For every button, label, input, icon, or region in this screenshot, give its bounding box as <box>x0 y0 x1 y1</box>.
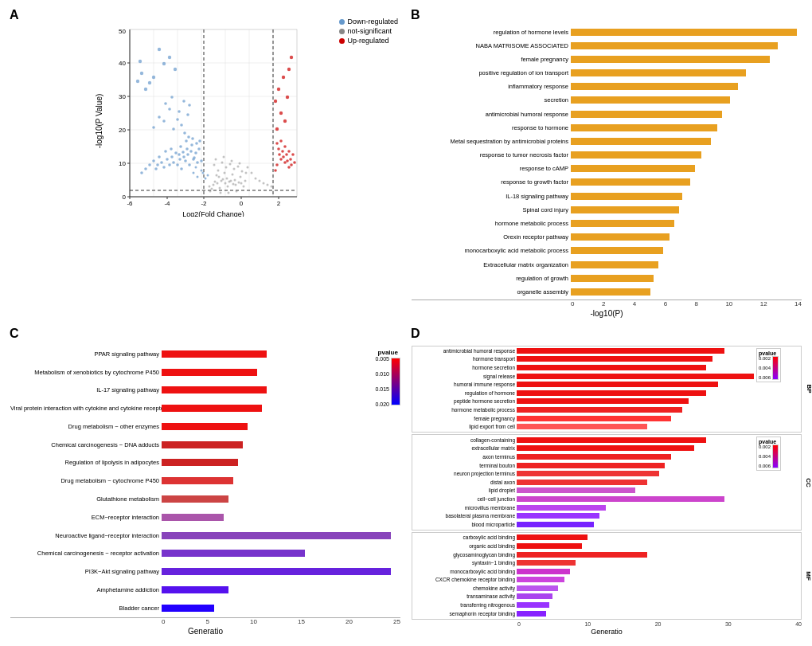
panel-d-bar <box>517 487 635 493</box>
panel-b-bar <box>571 96 730 104</box>
svg-text:40: 40 <box>119 60 126 67</box>
svg-point-56 <box>140 171 143 174</box>
svg-point-84 <box>193 172 195 174</box>
svg-text:-2: -2 <box>201 200 207 207</box>
svg-point-155 <box>277 88 280 91</box>
svg-point-150 <box>275 142 279 145</box>
panel-b-bar <box>571 233 670 241</box>
panel-a-label: A <box>10 8 19 22</box>
svg-point-20 <box>186 153 189 156</box>
panel-d-bar-label: carboxylic acid binding <box>413 534 517 540</box>
panel-b-bar-label: antimicrobial humoral response <box>412 111 571 118</box>
panel-c-bar-wrap <box>162 599 400 617</box>
svg-point-36 <box>187 135 190 139</box>
panel-b-bar-wrap <box>571 121 802 134</box>
panel-c-bar <box>162 441 243 448</box>
svg-point-61 <box>168 108 171 111</box>
svg-point-67 <box>178 110 181 113</box>
svg-point-104 <box>218 176 221 178</box>
figure-container: A Down-regulated not-significant Up-regu… <box>0 0 812 646</box>
panel-c-bar-row: Metabolism of xenobiotics by cytochrome … <box>10 363 400 381</box>
panel-c-bars: PPAR signaling pathwayMetabolism of xeno… <box>10 346 400 618</box>
svg-point-25 <box>194 151 197 155</box>
svg-text:0: 0 <box>123 194 127 201</box>
panel-c-bar <box>162 405 262 412</box>
panel-d-bar-label: female pregnancy <box>413 416 517 421</box>
panel-d-bar-wrap <box>517 414 783 422</box>
svg-point-75 <box>148 81 151 84</box>
panel-d-bar <box>517 543 582 549</box>
svg-point-22 <box>182 155 185 159</box>
panel-b-bar-label: regulation of growth <box>412 275 571 282</box>
panel-b-bar-row: antimicrobial humoral response <box>412 108 802 120</box>
panel-b-bar-label: organelle assembly <box>412 288 571 296</box>
panel-b-bar-wrap <box>571 176 802 189</box>
panel-c-bar-row: Drug metabolism − cytochrome P450 <box>10 472 400 490</box>
svg-point-128 <box>255 178 257 180</box>
svg-point-74 <box>158 48 161 51</box>
panel-d-inner: BP antimicrobial humoral responsehormone… <box>412 333 802 636</box>
panel-d-bar-wrap <box>517 520 783 528</box>
panel-d-bp-legend: pvalue 0.002 0.004 0.006 <box>756 348 781 382</box>
panel-d-bar-wrap <box>517 406 783 414</box>
svg-point-34 <box>178 153 181 156</box>
panel-b-bar-label: Spinal cord injury <box>412 206 571 213</box>
panel-b-bar-row: response to hormone <box>412 121 802 134</box>
svg-point-62 <box>162 119 166 123</box>
panel-d-bar-label: lipid droplet <box>413 487 517 493</box>
svg-point-143 <box>286 159 289 162</box>
panel-b-bar <box>571 111 722 118</box>
svg-point-42 <box>170 155 174 159</box>
panel-c-bar-label: Chemical carcinogenesis − receptor activ… <box>10 550 162 557</box>
svg-point-126 <box>247 166 249 169</box>
panel-c-bar-wrap <box>162 454 400 472</box>
panel-d-bar <box>517 374 754 379</box>
panel-b-bar-label: IL-18 signaling pathway <box>412 193 571 200</box>
svg-point-77 <box>140 72 143 75</box>
svg-point-79 <box>139 60 142 63</box>
svg-point-97 <box>240 182 243 185</box>
panel-b-bar-label: Extracellular matrix organization <box>412 261 571 268</box>
svg-point-81 <box>202 172 205 174</box>
svg-point-134 <box>228 192 230 194</box>
svg-point-106 <box>234 179 236 182</box>
svg-point-49 <box>156 163 159 166</box>
panel-d-bar-wrap <box>517 347 783 355</box>
svg-point-110 <box>240 176 242 178</box>
panel-d-bar <box>517 437 706 443</box>
panel-b-bar-row: NABA MATRISOME ASSOCIATED <box>412 39 802 52</box>
svg-point-157 <box>286 96 289 99</box>
svg-point-101 <box>238 182 240 184</box>
panel-c-bar-wrap <box>162 346 400 363</box>
svg-point-58 <box>176 118 179 121</box>
panel-d-bar-row: terminal bouton <box>413 461 783 469</box>
svg-point-57 <box>180 123 183 127</box>
panel-c-bar-wrap <box>162 436 400 453</box>
panel-c-bar-row: IL-17 signaling pathway <box>10 382 400 399</box>
panel-b-bar-wrap <box>571 149 802 162</box>
svg-point-38 <box>191 137 194 140</box>
panel-c-bar-wrap <box>162 472 400 490</box>
panel-d-bar-wrap <box>517 487 783 495</box>
svg-point-26 <box>185 147 189 151</box>
panel-b-bar-row: monocarboxylic acid metabolic process <box>412 245 802 257</box>
panel-c-bar <box>162 550 305 557</box>
panel-d-bar-wrap <box>517 495 783 503</box>
panel-d-bar-label: distal axon <box>413 480 517 485</box>
panel-c-bar-label: Neuroactive ligand−receptor interaction <box>10 532 162 539</box>
svg-point-55 <box>144 167 147 170</box>
panel-c-bar <box>162 350 267 358</box>
panel-c-bar-wrap <box>162 563 400 581</box>
svg-point-129 <box>259 180 261 182</box>
panel-b-bars: regulation of hormone levelsNABA MATRISO… <box>412 25 802 300</box>
panel-b-bar-label: Metal sequestration by antimicrobial pro… <box>412 138 571 145</box>
volcano-svg: 0 10 20 30 40 50 -6 -4 <box>102 25 309 217</box>
panel-c-bar <box>162 369 257 376</box>
panel-b-bar-label: hormone metabolic process <box>412 220 571 227</box>
svg-point-28 <box>193 156 196 159</box>
svg-point-99 <box>222 178 224 181</box>
legend-item-ns: not-significant <box>339 27 398 35</box>
panel-c-bar-row: Glutathione metabolism <box>10 491 400 508</box>
svg-point-65 <box>188 104 191 107</box>
panel-c-bar-label: PPAR signaling pathway <box>10 350 162 358</box>
